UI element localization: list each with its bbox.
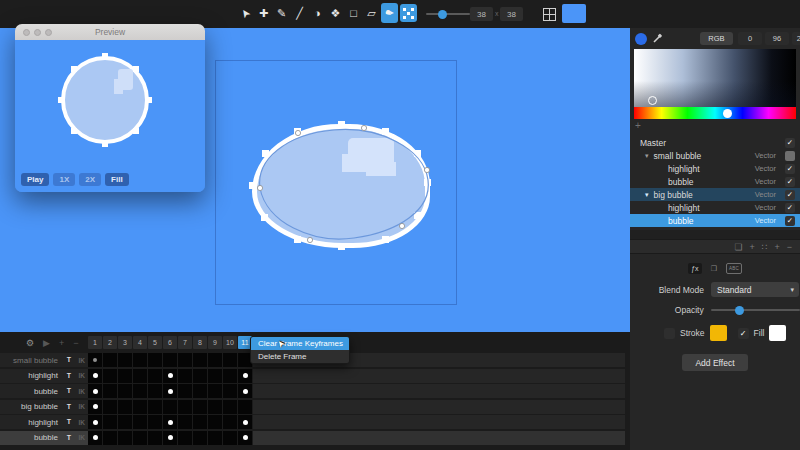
keyframe-cell[interactable] [118,369,132,383]
keyframe-cell[interactable] [238,400,252,414]
color-mode-button[interactable]: RGB [700,32,733,45]
keyframe-cell[interactable] [88,400,102,414]
preview-titlebar[interactable]: Preview [15,24,205,40]
transform-tag[interactable]: T [67,356,71,363]
keyframe-cell[interactable] [148,415,162,429]
ik-tag[interactable]: IK [79,372,86,379]
settings-icon[interactable]: ⚙ [26,337,34,349]
keyframe-dot[interactable] [168,435,173,440]
vector-path-overlay[interactable] [246,118,436,254]
keyframe-cell[interactable] [163,431,177,445]
ik-tag[interactable]: IK [79,388,86,395]
canvas-height-field[interactable]: 38 [500,7,523,21]
timeline-row-label-cell[interactable]: bubbleTIK [0,431,88,445]
keyframe-dot[interactable] [168,420,173,425]
brush-size-slider-knob[interactable] [438,10,447,19]
timeline-row-label-cell[interactable]: big bubbleTIK [0,400,88,414]
chevron-down-icon[interactable]: ▾ [645,191,649,199]
add-swatch-button[interactable]: + [635,120,800,132]
marquee-tool[interactable]: □ [345,3,362,23]
keyframe-cell[interactable] [223,400,237,414]
keyframe-cell[interactable] [193,400,207,414]
transform-tag[interactable]: T [67,387,71,394]
add-effect-button[interactable]: Add Effect [682,354,748,371]
keyframe-cell[interactable] [208,415,222,429]
timeline-row[interactable]: big bubbleTIK [0,400,625,414]
keyframe-cell[interactable] [103,415,117,429]
tab-text[interactable]: ABC [726,263,742,274]
timeline-row[interactable]: highlightTIK [0,415,625,429]
layer-row-bubble[interactable]: bubbleVector [630,214,800,227]
cursor-tool[interactable]: ➤ [237,3,254,23]
keyframe-cell[interactable] [133,431,147,445]
ik-tag[interactable]: IK [79,434,86,441]
frame-header-4[interactable]: 4 [133,336,147,349]
timeline-row[interactable]: highlightTIK [0,369,625,383]
keyframe-cell[interactable] [238,369,252,383]
keyframe-cell[interactable] [163,415,177,429]
color-value-g[interactable]: 96 [765,32,789,45]
layer-visibility-checkbox[interactable] [785,138,795,148]
keyframe-cell[interactable] [208,369,222,383]
line-tool[interactable]: ╱ [291,3,308,23]
keyframe-cell[interactable] [118,384,132,398]
current-color-swatch[interactable] [562,4,586,23]
pencil-tool[interactable]: ✎ [273,3,290,23]
timeline-row-label-cell[interactable]: highlightTIK [0,415,88,429]
saturation-value-picker[interactable] [634,49,796,107]
ik-tag[interactable]: IK [79,403,86,410]
keyframe-cell[interactable] [178,384,192,398]
frame-header-10[interactable]: 10 [223,336,237,349]
add-frame-icon[interactable]: + [59,337,64,349]
layer-row-highlight[interactable]: highlightVector [630,162,800,175]
frame-header-6[interactable]: 6 [163,336,177,349]
ik-tag[interactable]: IK [79,357,86,364]
keyframe-dot[interactable] [93,404,98,409]
keyframe-dot[interactable] [243,420,248,425]
keyframe-cell[interactable] [88,369,102,383]
canvas-width-field[interactable]: 38 [470,7,493,21]
opacity-slider[interactable] [711,309,800,311]
keyframe-dot[interactable] [243,373,248,378]
keyframe-cell[interactable] [238,431,252,445]
transform-tag[interactable]: T [67,403,71,410]
keyframe-cell[interactable] [133,369,147,383]
keyframe-cell[interactable] [103,369,117,383]
fill-checkbox[interactable] [738,328,749,339]
pixel-fit-button[interactable] [400,4,417,22]
keyframe-cell[interactable] [103,384,117,398]
keyframe-cell[interactable] [223,353,237,367]
tab-appearance[interactable]: ❒ [707,263,721,274]
zoom-window-button[interactable] [45,29,52,36]
keyframe-cell[interactable] [193,353,207,367]
add-icon[interactable]: + [749,240,754,254]
add-group-icon[interactable]: + [774,240,779,254]
menu-item-clear-frame-keyframes[interactable]: Clear Frame Keyframes [251,337,349,350]
keyframe-dot[interactable] [93,420,98,425]
layer-visibility-checkbox[interactable] [785,190,795,200]
layer-row-big-bubble[interactable]: ▾big bubbleVector [630,188,800,201]
keyframe-cell[interactable] [178,353,192,367]
transform-tag[interactable]: T [67,372,71,379]
keyframe-cell[interactable] [178,369,192,383]
keyframe-cell[interactable] [163,369,177,383]
layer-visibility-checkbox[interactable] [785,203,795,213]
brush-size-slider[interactable] [426,13,470,15]
keyframe-cell[interactable] [178,431,192,445]
layer-row-Master[interactable]: Master [630,136,800,149]
keyframe-dot[interactable] [243,389,248,394]
keyframe-cell[interactable] [103,431,117,445]
frame-header-5[interactable]: 5 [148,336,162,349]
keyframe-dot[interactable] [93,373,98,378]
keyframe-cell[interactable] [88,384,102,398]
big-bubble-sprite[interactable] [252,124,430,248]
transform-tag[interactable]: T [67,434,71,441]
layer-visibility-checkbox[interactable] [785,177,795,187]
keyframe-cell[interactable] [133,353,147,367]
layer-row-bubble[interactable]: bubbleVector [630,175,800,188]
timeline-row-label-cell[interactable]: highlightTIK [0,369,88,383]
keyframe-cell[interactable] [193,369,207,383]
keyframe-cell[interactable] [118,353,132,367]
keyframe-cell[interactable] [163,353,177,367]
remove-frame-icon[interactable]: − [73,337,78,349]
